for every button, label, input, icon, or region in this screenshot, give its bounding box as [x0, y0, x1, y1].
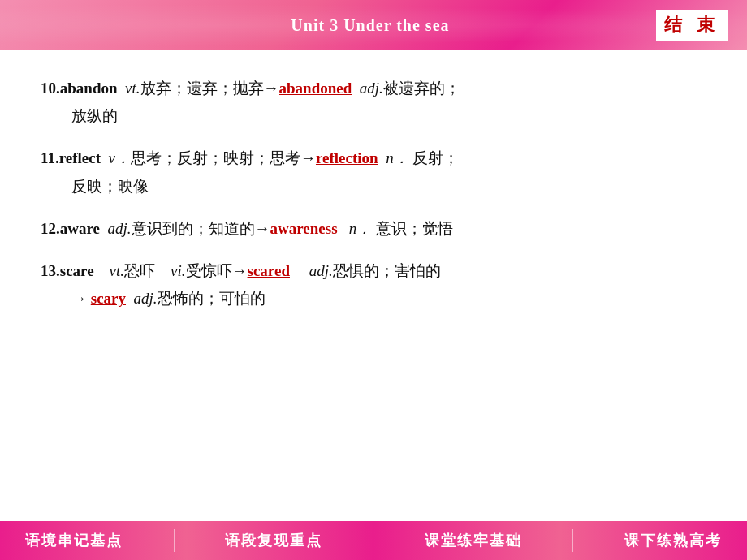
footer-item-2[interactable]: 语段复现重点	[225, 531, 322, 550]
entry-13-zh-vt: 恐吓	[124, 262, 155, 279]
entry-11-derived: reflection	[316, 149, 378, 166]
header-title: Unit 3 Under the sea	[226, 16, 449, 35]
footer-divider-1	[174, 529, 175, 552]
footer-divider-3	[572, 529, 573, 552]
entry-11-word: reflect	[59, 149, 101, 166]
footer: 语境串记基点 语段复现重点 课堂练牢基础 课下练熟高考	[0, 521, 747, 560]
footer-item-4[interactable]: 课下练熟高考	[624, 531, 722, 550]
entry-12-number: 12.	[41, 220, 60, 237]
entry-11-derived-type: n．	[386, 149, 409, 166]
entry-12: 12.aware adj.意识到的；知道的→awareness n． 意识；觉悟	[41, 215, 706, 243]
entry-12-word: aware	[60, 220, 100, 237]
entry-13: 13.scare vt.恐吓 vi.受惊吓→scared adj.恐惧的；害怕的…	[41, 257, 706, 312]
entry-11: 11.reflect v．思考；反射；映射；思考→reflection n． 反…	[41, 144, 706, 200]
entry-13-type-vi: vi.	[171, 262, 185, 279]
entry-13-derived1-type: adj.	[309, 262, 333, 279]
entry-12-derived-zh: 意识；觉悟	[376, 220, 453, 237]
entry-13-derived2-zh: 恐怖的；可怕的	[158, 290, 266, 307]
entry-11-zh: 思考；反射；映射；思考→	[131, 149, 316, 166]
entry-13-derived1-zh: 恐惧的；害怕的	[333, 262, 441, 279]
entry-12-derived-type: n．	[349, 220, 373, 237]
entry-11-type: v．	[109, 149, 131, 166]
entry-10-derived: abandoned	[279, 80, 352, 97]
footer-item-3[interactable]: 课堂练牢基础	[425, 531, 522, 550]
entry-13-derived2: scary	[91, 290, 126, 307]
entry-12-line1: 12.aware adj.意识到的；知道的→awareness n． 意识；觉悟	[41, 215, 706, 243]
entry-13-type-vt: vt.	[110, 262, 124, 279]
entry-11-number: 11.	[41, 149, 59, 166]
end-button[interactable]: 结 束	[656, 10, 728, 41]
entry-10-word: abandon	[60, 80, 118, 97]
entry-11-extra: 反映；映像	[41, 173, 706, 200]
entry-13-derived2-type: adj.	[134, 290, 158, 307]
entry-13-zh-vi: 受惊吓→	[186, 262, 248, 279]
footer-divider-2	[373, 529, 374, 552]
entry-13-number: 13.	[41, 262, 60, 279]
entry-10-type: vt.	[125, 80, 140, 97]
entry-13-line2: → scary adj.恐怖的；可怕的	[41, 285, 706, 312]
entry-13-line1: 13.scare vt.恐吓 vi.受惊吓→scared adj.恐惧的；害怕的	[41, 257, 706, 285]
entry-12-type: adj.	[108, 220, 132, 237]
entry-10-zh: 放弃；遗弃；抛弃→	[140, 80, 279, 97]
entry-13-arrow2: →	[71, 290, 87, 307]
entry-11-derived-zh: 反射；	[412, 149, 459, 166]
entry-10-derived-zh: 被遗弃的；	[383, 80, 460, 97]
entry-10-number: 10.	[41, 80, 60, 97]
entry-10-derived-type: adj.	[360, 80, 383, 97]
header: Unit 3 Under the sea 结 束	[0, 0, 747, 50]
main-content: 10.abandon vt.放弃；遗弃；抛弃→abandoned adj.被遗弃…	[0, 50, 747, 536]
entry-10-extra: 放纵的	[41, 102, 706, 130]
footer-item-1[interactable]: 语境串记基点	[25, 531, 123, 550]
entry-12-derived: awareness	[270, 220, 338, 237]
entry-10-line1: 10.abandon vt.放弃；遗弃；抛弃→abandoned adj.被遗弃…	[41, 75, 706, 102]
entry-10: 10.abandon vt.放弃；遗弃；抛弃→abandoned adj.被遗弃…	[41, 75, 706, 130]
entry-11-line1: 11.reflect v．思考；反射；映射；思考→reflection n． 反…	[41, 144, 706, 172]
entry-12-zh: 意识到的；知道的→	[132, 220, 270, 237]
entry-13-derived1: scared	[248, 262, 290, 279]
entry-13-word: scare	[60, 262, 94, 279]
